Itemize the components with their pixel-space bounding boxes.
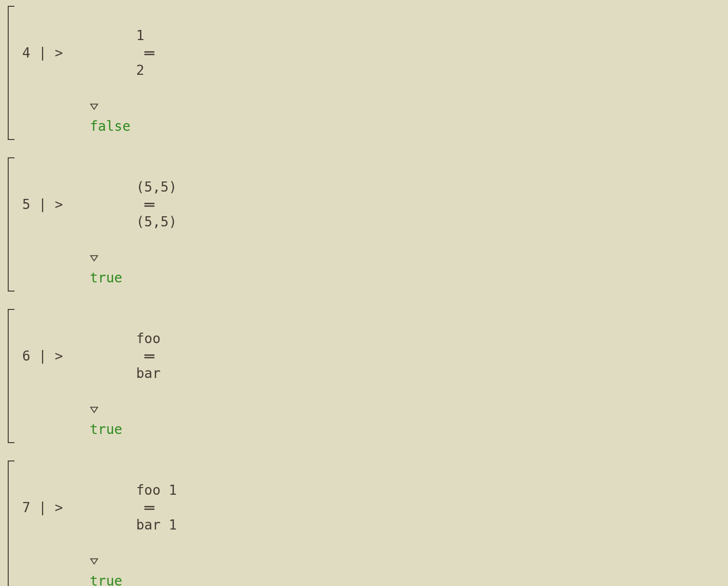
input-line: 4 | > 1 2 bbox=[22, 10, 728, 97]
repl-cell: 5 | > (5,5) (5,5) true bbox=[8, 157, 728, 292]
prompt: > bbox=[55, 196, 71, 213]
svg-marker-11 bbox=[91, 559, 98, 564]
input-line: 6 | > foo bar bbox=[22, 313, 728, 400]
rhs: 2 bbox=[136, 62, 144, 78]
prompt: > bbox=[55, 348, 71, 365]
output-marker bbox=[22, 551, 728, 572]
expression: foo 1 bar 1 bbox=[71, 464, 177, 551]
operator bbox=[144, 348, 154, 364]
down-triangle-icon bbox=[90, 551, 98, 572]
output-marker bbox=[22, 400, 728, 421]
line-number: 7 bbox=[22, 499, 30, 516]
output-marker bbox=[22, 248, 728, 269]
expression: (5,5) (5,5) bbox=[71, 161, 177, 248]
column-separator: | bbox=[30, 44, 55, 62]
column-separator: | bbox=[30, 499, 55, 516]
down-triangle-icon bbox=[90, 248, 98, 269]
operator bbox=[144, 500, 154, 516]
result: true bbox=[22, 269, 728, 287]
svg-marker-2 bbox=[91, 104, 98, 110]
expression: 1 2 bbox=[71, 10, 163, 97]
rhs: bar bbox=[136, 365, 161, 381]
prompt: > bbox=[55, 499, 71, 516]
repl-cell: 4 | > 1 2 false bbox=[8, 6, 728, 140]
lhs: foo 1 bbox=[136, 482, 177, 498]
svg-marker-5 bbox=[91, 256, 98, 261]
rhs: bar 1 bbox=[136, 517, 177, 533]
result: true bbox=[22, 421, 728, 438]
rhs: (5,5) bbox=[136, 214, 177, 230]
result: true bbox=[22, 572, 728, 586]
svg-marker-8 bbox=[91, 407, 98, 413]
repl-transcript: 4 | > 1 2 false 5 | > (5,5) (5,5) bbox=[0, 0, 728, 586]
repl-cell: 6 | > foo bar true bbox=[8, 309, 728, 443]
column-separator: | bbox=[30, 196, 55, 213]
lhs: foo bbox=[136, 331, 161, 347]
line-number: 4 bbox=[22, 44, 30, 62]
expression: foo bar bbox=[71, 313, 163, 400]
operator bbox=[144, 196, 154, 212]
input-line: 7 | > foo 1 bar 1 bbox=[22, 464, 728, 551]
operator bbox=[144, 45, 154, 61]
down-triangle-icon bbox=[90, 400, 98, 421]
lhs: 1 bbox=[136, 28, 144, 43]
lhs: (5,5) bbox=[136, 179, 177, 195]
output-marker bbox=[22, 97, 728, 118]
repl-cell: 7 | > foo 1 bar 1 true bbox=[8, 460, 728, 586]
prompt: > bbox=[55, 44, 71, 62]
line-number: 6 bbox=[22, 348, 30, 365]
column-separator: | bbox=[30, 348, 55, 365]
result: false bbox=[22, 118, 728, 135]
input-line: 5 | > (5,5) (5,5) bbox=[22, 161, 728, 248]
line-number: 5 bbox=[22, 196, 30, 213]
down-triangle-icon bbox=[90, 97, 98, 118]
